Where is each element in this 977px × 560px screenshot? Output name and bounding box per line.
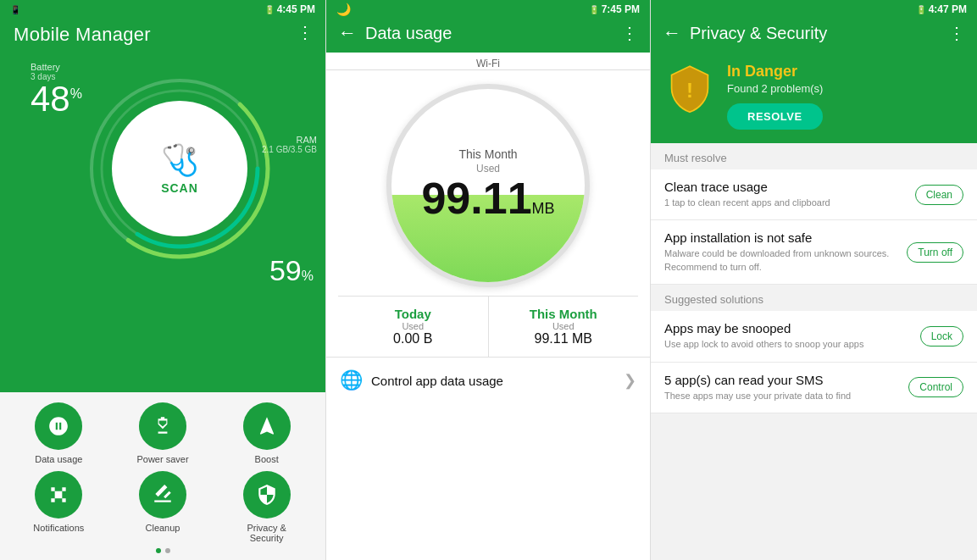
power-saver-label: Power saver [136,454,188,464]
issue-desc-1: Malware could be downloaded from unknown… [664,247,898,274]
status-icons-3: 🔋 4:47 PM [916,3,967,15]
danger-sub: Found 2 problem(s) [727,82,963,95]
status-bar-left-2: 🌙 [336,3,351,16]
issue-content-0: Clean trace usage 1 tap to clean recent … [664,180,907,209]
notifications-label: Notifications [33,523,84,533]
back-button-2[interactable]: ← [338,22,357,44]
data-usage-circle: This Month Used 99.11MB [386,84,590,287]
menu-dots-1[interactable]: ⋮ [297,22,314,42]
status-icons-1: 🔋 4:45 PM [264,3,315,15]
screen3-title-row: ← Privacy & Security ⋮ [663,22,965,44]
privacy-security-icon-circle [243,471,291,518]
cleanup-label: Cleanup [146,523,180,533]
screen2-title: Data usage [365,24,452,43]
boost-label: Boost [255,454,279,464]
issue-card-0: Clean trace usage 1 tap to clean recent … [651,169,977,220]
today-stat: Today Used 0.00 B [338,297,489,357]
cleanup-icon-circle [139,471,186,518]
boost-item[interactable]: Boost [216,402,317,464]
cleanup-icon [152,484,174,506]
notifications-icon [47,484,69,506]
screen3-header: ← Privacy & Security ⋮ [651,19,977,53]
status-bar-left-1: 📱 [10,5,20,14]
data-value: 99.11MB [421,175,554,223]
danger-banner: ! In Danger Found 2 problem(s) RESOLVE [651,53,977,143]
suggestion-card-1: 5 app(s) can read your SMS These apps ma… [651,363,977,413]
battery-info: Battery 3 days 48% [31,62,82,117]
globe-icon: 🌐 [340,369,363,391]
control-data-usage-row[interactable]: 🌐 Control app data usage ❯ [326,357,650,403]
today-value: 0.00 B [347,331,480,347]
privacy-security-label: Privacy &Security [247,523,286,543]
danger-title: In Danger [727,63,963,80]
resolve-button[interactable]: RESOLVE [727,103,823,130]
data-circle-area: This Month Used 99.11MB [326,70,650,296]
app-title: Mobile Manager [14,24,312,46]
screen-data-usage: 🌙 🔋 7:45 PM ← Data usage ⋮ Wi-Fi This Mo… [325,0,651,560]
issue-title-0: Clean trace usage [664,180,907,194]
must-resolve-label: Must resolve [651,143,977,169]
status-bar-3: 🔋 4:47 PM [651,0,977,19]
data-usage-item[interactable]: Data usage [8,402,109,464]
suggestion-title-1: 5 app(s) can read your SMS [664,373,900,387]
this-month-label: This Month [458,147,517,161]
privacy-security-item[interactable]: Privacy &Security [216,471,317,543]
data-stats-row: Today Used 0.00 B This Month Used 99.11 … [338,296,638,357]
screen-mobile-manager: 📱 🔋 4:45 PM Mobile Manager ⋮ Battery 3 d… [0,0,325,560]
screen3-title: Privacy & Security [690,24,827,43]
turnoff-button[interactable]: Turn off [907,242,963,263]
issue-title-1: App installation is not safe [664,230,898,245]
ram-values: 2.1 GB/3.5 GB [262,145,317,154]
data-usage-label: Data usage [35,454,82,464]
today-sub: Used [347,321,480,331]
screen2-title-row: ← Data usage ⋮ [338,22,638,44]
menu-dots-2[interactable]: ⋮ [621,23,638,43]
bottom-icons-area: Data usage Power saver Boost [0,392,325,560]
cleanup-item[interactable]: Cleanup [113,471,214,543]
back-button-3[interactable]: ← [663,22,681,44]
scan-button[interactable]: 🩺 SCAN [112,101,247,236]
ram-label: RAM [262,135,317,145]
menu-dots-3[interactable]: ⋮ [948,23,965,43]
scan-label: SCAN [161,181,198,195]
battery-label: Battery [31,62,82,72]
battery-icon-status-2: 🔋 [589,5,599,14]
thismonth-value: 99.11 MB [497,331,630,347]
boost-icon-circle [243,402,291,450]
issue-card-1: App installation is not safe Malware cou… [651,220,977,285]
main-circle-area: Battery 3 days 48% 🩺 SCAN [0,50,325,287]
used-label: Used [476,163,500,175]
screen2-header: ← Data usage ⋮ [326,19,650,53]
scan-circle-container[interactable]: 🩺 SCAN [86,75,273,262]
dot-1 [156,548,161,553]
thismonth-title: This Month [497,307,630,321]
notifications-item[interactable]: Notifications [8,471,109,543]
power-saver-icon [152,415,174,437]
data-usage-icon [47,415,69,437]
dot-2 [165,548,170,553]
data-usage-icon-circle [35,402,82,450]
shield-icon-wrap: ! [664,63,715,114]
privacy-security-icon [256,484,278,506]
scan-stethoscope-icon: 🩺 [161,142,199,178]
status-icons-2: 🔋 7:45 PM [589,3,640,15]
power-saver-icon-circle [139,402,186,450]
status-bar-1: 📱 🔋 4:45 PM [0,0,325,19]
chevron-right-icon: ❯ [624,371,636,390]
issue-desc-0: 1 tap to clean recent apps and clipboard [664,197,907,209]
notifications-icon-circle [35,471,82,518]
battery-percent: 48% [31,81,82,117]
suggestion-title-0: Apps may be snooped [664,321,912,335]
status-time-2: 7:45 PM [602,3,640,15]
lock-button[interactable]: Lock [920,326,963,347]
suggestion-desc-1: These apps may use your private data to … [664,390,900,402]
thismonth-stat: This Month Used 99.11 MB [489,297,639,357]
ram-percent: 59% [269,254,314,287]
power-saver-item[interactable]: Power saver [113,402,214,464]
control-button[interactable]: Control [908,377,963,397]
clean-button[interactable]: Clean [915,185,963,205]
control-data-label: Control app data usage [371,374,624,388]
suggested-label: Suggested solutions [651,285,977,311]
sim-icon: 📱 [10,5,20,14]
suggestion-desc-0: Use app lock to avoid others to snoop yo… [664,338,912,351]
